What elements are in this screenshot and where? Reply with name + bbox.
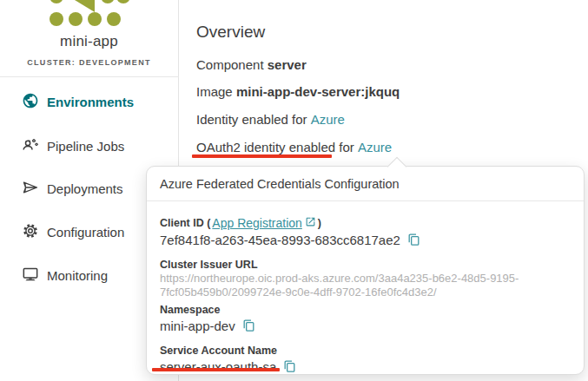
service-account-label: Service Account Name [160, 345, 571, 357]
cluster-label: CLUSTER: DEVELOPMENT [0, 58, 178, 67]
service-account-value: server-aux-oauth-sa [160, 359, 276, 374]
issuer-url-line2: 7fcf05b459b0/2099724e-9c0e-4dff-9702-16f… [160, 286, 571, 299]
identity-azure-link[interactable]: Azure [311, 112, 345, 127]
azure-credentials-popover: Azure Federated Credentials Configuratio… [146, 166, 585, 375]
sidebar-item-label: Monitoring [47, 268, 108, 283]
sidebar-item-label: Deployments [47, 181, 123, 196]
oauth-azure-link[interactable]: Azure [358, 140, 392, 154]
annotation-underline-service-account [152, 368, 280, 371]
send-icon [22, 179, 39, 199]
app-logo [50, 0, 133, 26]
image-label: Image [196, 84, 233, 99]
copy-icon[interactable] [282, 359, 297, 374]
component-value: server [268, 57, 307, 72]
sidebar-item-pipeline-jobs[interactable]: Pipeline Jobs [22, 135, 124, 156]
sidebar-item-label: Environments [47, 95, 134, 109]
image-line: Image mini-app-dev-server:jkquq [196, 84, 400, 99]
client-id-label: Client ID ( [160, 217, 210, 229]
app-registration-link-label: App Registration [212, 216, 302, 230]
component-line: Component server [196, 57, 307, 72]
annotation-underline-oauth [192, 154, 332, 158]
client-id-label-row: Client ID ( App Registration ) [160, 216, 571, 230]
page-title: Overview [196, 23, 265, 42]
sidebar-item-deployments[interactable]: Deployments [22, 178, 123, 199]
globe-icon [22, 92, 39, 112]
sidebar-item-monitoring[interactable]: Monitoring [22, 265, 108, 286]
sidebar-divider [0, 76, 179, 77]
open-in-new-icon [305, 216, 316, 230]
oauth-line: OAuth2 identity enabled for Azure [196, 140, 392, 154]
logo-triangle [75, 0, 95, 12]
namespace-label: Namespace [160, 304, 571, 316]
service-account-value-row: server-aux-oauth-sa [160, 359, 571, 374]
client-id-value: 7ef841f8-a263-45ea-8993-683cc6817ae2 [160, 233, 400, 247]
popover-title: Azure Federated Credentials Configuratio… [147, 167, 584, 201]
copy-icon[interactable] [406, 233, 421, 247]
component-label: Component [196, 57, 264, 72]
client-id-label-close: ) [318, 217, 321, 229]
namespace-value: mini-app-dev [160, 319, 235, 333]
engineering-icon [22, 136, 39, 156]
image-value: mini-app-dev-server:jkquq [236, 84, 400, 99]
sidebar-item-label: Configuration [47, 225, 124, 240]
issuer-label: Cluster Issuer URL [160, 259, 571, 271]
namespace-value-row: mini-app-dev [160, 319, 571, 333]
sidebar-item-environments[interactable]: Environments [22, 91, 134, 112]
app-name: mini-app [0, 33, 178, 50]
identity-line: Identity enabled for Azure [196, 112, 345, 127]
sidebar-item-configuration[interactable]: Configuration [22, 221, 124, 242]
issuer-url-line1: https://northeurope.oic.prod-aks.azure.c… [160, 272, 571, 286]
app-registration-link[interactable]: App Registration [212, 216, 316, 230]
sidebar-item-label: Pipeline Jobs [47, 139, 124, 154]
client-id-value-row: 7ef841f8-a263-45ea-8993-683cc6817ae2 [160, 233, 571, 247]
identity-text: Identity enabled for [196, 112, 307, 127]
monitor-icon [22, 266, 39, 286]
oauth-text: OAuth2 identity enabled for [196, 140, 354, 154]
gear-icon [22, 222, 39, 242]
copy-icon[interactable] [241, 319, 256, 333]
